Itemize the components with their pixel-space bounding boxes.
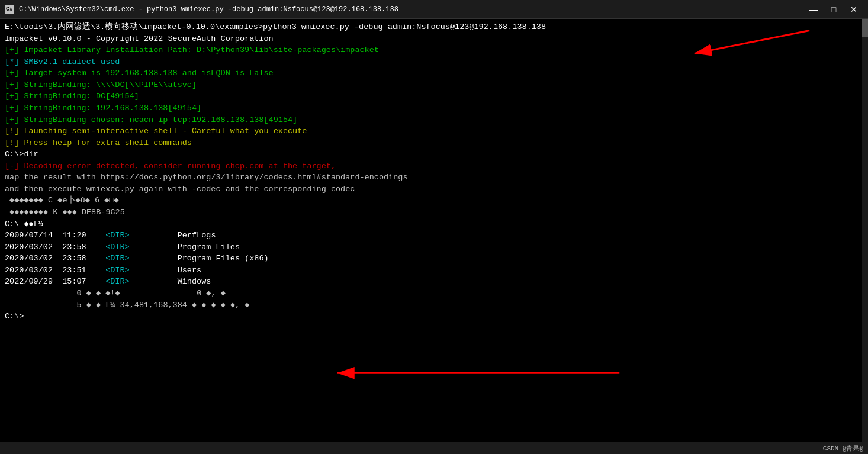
close-button[interactable]: ✕: [844, 0, 863, 19]
terminal-body[interactable]: E:\tools\3.内网渗透\3.横向移动\impacket-0.10.0\e…: [0, 19, 868, 442]
status-text: CSDN @青果@: [823, 444, 863, 453]
terminal-output: E:\tools\3.内网渗透\3.横向移动\impacket-0.10.0\e…: [5, 21, 863, 323]
scrollbar[interactable]: [862, 19, 868, 442]
window-icon: C#: [5, 5, 14, 14]
title-bar-text: C:\Windows\System32\cmd.exe - python3 wm…: [19, 5, 804, 14]
title-bar: C# C:\Windows\System32\cmd.exe - python3…: [0, 0, 868, 19]
scrollbar-thumb[interactable]: [862, 19, 868, 37]
cmd-window: C# C:\Windows\System32\cmd.exe - python3…: [0, 0, 868, 454]
status-bar: CSDN @青果@: [0, 442, 868, 454]
maximize-button[interactable]: □: [824, 0, 843, 19]
minimize-button[interactable]: —: [804, 0, 823, 19]
title-bar-controls: — □ ✕: [804, 0, 863, 19]
